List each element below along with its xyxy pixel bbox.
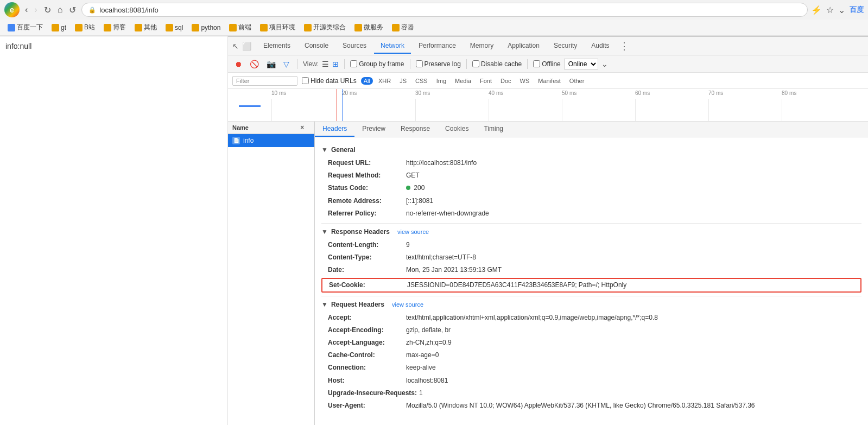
hide-data-urls-checkbox[interactable]: Hide data URLs <box>302 77 357 85</box>
toggle-icon[interactable]: ▼ <box>321 301 328 308</box>
remote-address-row: Remote Address: [::1]:8081 <box>321 195 861 207</box>
tab-network[interactable]: Network <box>374 39 411 54</box>
filter-tag-xhr[interactable]: XHR <box>375 77 394 85</box>
details-tab-cookies[interactable]: Cookies <box>438 122 476 137</box>
dropdown-icon[interactable]: ⌄ <box>838 5 845 15</box>
tab-audits[interactable]: Audits <box>585 39 616 54</box>
tab-elements[interactable]: Elements <box>257 39 297 54</box>
bookmark-label: B站 <box>84 23 95 32</box>
toggle-icon[interactable]: ▼ <box>321 228 328 236</box>
filter-tag-ws[interactable]: WS <box>517 77 533 85</box>
bookmark-other[interactable]: 其他 <box>131 22 160 33</box>
hide-data-urls-input[interactable] <box>302 77 309 84</box>
details-tab-response[interactable]: Response <box>393 122 438 137</box>
video-button[interactable]: 📷 <box>264 59 278 69</box>
user-agent-label: User-Agent: <box>328 401 404 411</box>
bookmark-icon <box>304 24 312 31</box>
bookmark-gt[interactable]: gt <box>48 23 69 33</box>
request-view-source-link[interactable]: view source <box>392 301 423 308</box>
bookmark-opensource[interactable]: 开源类综合 <box>301 22 349 33</box>
filter-tag-other[interactable]: Other <box>566 77 588 85</box>
filter-tag-manifest[interactable]: Manifest <box>535 77 564 85</box>
accept-row: Accept: text/html,application/xhtml+xml,… <box>321 312 861 324</box>
star-icon[interactable]: ☆ <box>826 5 834 15</box>
request-item-info[interactable]: 📄 info <box>228 134 314 147</box>
hide-data-urls-label: Hide data URLs <box>311 77 357 85</box>
preserve-log-input[interactable] <box>416 60 423 67</box>
bookmark-baidu[interactable]: 百度一下 <box>4 22 46 33</box>
filter-button[interactable]: ▽ <box>281 59 292 69</box>
general-label: General <box>331 146 356 154</box>
home-button[interactable]: ⌂ <box>55 4 65 16</box>
group-by-frame-checkbox[interactable]: Group by frame <box>350 60 404 68</box>
offline-checkbox[interactable]: Offline <box>533 60 560 68</box>
bookmark-project-env[interactable]: 项目环境 <box>257 22 299 33</box>
refresh-button[interactable]: ↻ <box>42 4 53 16</box>
view-list-icon[interactable]: ☰ <box>322 60 329 68</box>
preserve-log-checkbox[interactable]: Preserve log <box>416 60 461 68</box>
filter-tag-img[interactable]: Img <box>433 77 449 85</box>
view-grid-icon[interactable]: ⊞ <box>332 60 339 68</box>
tab-console[interactable]: Console <box>298 39 335 54</box>
details-tab-timing[interactable]: Timing <box>476 122 511 137</box>
bookmark-container[interactable]: 容器 <box>389 22 417 33</box>
bookmark-label: 前端 <box>238 23 251 32</box>
content-type-label: Content-Type: <box>328 252 404 263</box>
disable-cache-checkbox[interactable]: Disable cache <box>472 60 522 68</box>
bookmark-sql[interactable]: sql <box>162 23 186 33</box>
group-by-frame-input[interactable] <box>350 60 357 67</box>
throttle-select[interactable]: Online <box>564 59 598 69</box>
accept-language-row: Accept-Language: zh-CN,zh;q=0.9 <box>321 337 861 349</box>
forward-button[interactable]: › <box>32 4 39 16</box>
bookmark-icon <box>52 24 59 31</box>
host-label: Host: <box>328 376 404 386</box>
details-tab-preview[interactable]: Preview <box>354 122 393 137</box>
filter-input[interactable] <box>232 76 297 86</box>
reload-button[interactable]: ↺ <box>67 4 78 16</box>
bookmark-bilibili[interactable]: B站 <box>72 22 98 33</box>
address-bar[interactable]: 🔒 localhost:8081/info <box>81 3 808 17</box>
separator <box>297 59 297 69</box>
offline-input[interactable] <box>533 60 540 67</box>
filter-tag-media[interactable]: Media <box>452 77 474 85</box>
back-button[interactable]: ‹ <box>23 4 30 16</box>
bookmark-icon <box>192 24 199 31</box>
tab-performance[interactable]: Performance <box>412 39 462 54</box>
accept-encoding-value: gzip, deflate, br <box>406 325 451 335</box>
clear-button[interactable]: 🚫 <box>248 59 261 69</box>
accept-encoding-label: Accept-Encoding: <box>328 325 404 335</box>
filter-tag-font[interactable]: Font <box>477 77 495 85</box>
tab-sources[interactable]: Sources <box>336 39 373 54</box>
cache-control-row: Cache-Control: max-age=0 <box>321 349 861 361</box>
tab-application[interactable]: Application <box>501 39 546 54</box>
accept-value: text/html,application/xhtml+xml,applicat… <box>406 313 658 323</box>
view-source-link[interactable]: view source <box>397 229 429 235</box>
more-tabs-button[interactable]: ⋮ <box>619 40 629 52</box>
disable-cache-input[interactable] <box>472 60 479 67</box>
throttle-more-icon[interactable]: ⌄ <box>601 60 608 68</box>
filter-tag-css[interactable]: CSS <box>412 77 431 85</box>
filter-tag-js[interactable]: JS <box>396 77 410 85</box>
bookmark-blog[interactable]: 博客 <box>100 22 129 33</box>
section-divider-1 <box>321 223 861 224</box>
bookmark-microservice[interactable]: 微服务 <box>351 22 387 33</box>
status-dot <box>406 186 410 190</box>
bookmark-icon <box>75 24 83 31</box>
bookmark-frontend[interactable]: 前端 <box>226 22 255 33</box>
cursor-icon[interactable]: ↖ <box>232 42 239 50</box>
separator2 <box>344 59 345 69</box>
bookmarks-bar: 百度一下 gt B站 博客 其他 sql python 前端 <box>0 20 868 36</box>
bookmark-python[interactable]: python <box>188 23 224 33</box>
timeline-mark-30ms: 30 ms <box>415 90 430 96</box>
tab-memory[interactable]: Memory <box>464 39 500 54</box>
responsive-icon[interactable]: ⬜ <box>242 42 251 50</box>
filter-tag-all[interactable]: All <box>361 77 373 85</box>
bookmark-label: 容器 <box>401 23 414 32</box>
details-tab-headers[interactable]: Headers <box>315 122 354 137</box>
toggle-icon[interactable]: ▼ <box>321 146 328 154</box>
record-button[interactable]: ⏺ <box>232 59 244 69</box>
close-panel-button[interactable]: × <box>300 124 310 131</box>
filter-tag-doc[interactable]: Doc <box>497 77 515 85</box>
content-type-value: text/html;charset=UTF-8 <box>406 252 476 263</box>
tab-security[interactable]: Security <box>547 39 584 54</box>
